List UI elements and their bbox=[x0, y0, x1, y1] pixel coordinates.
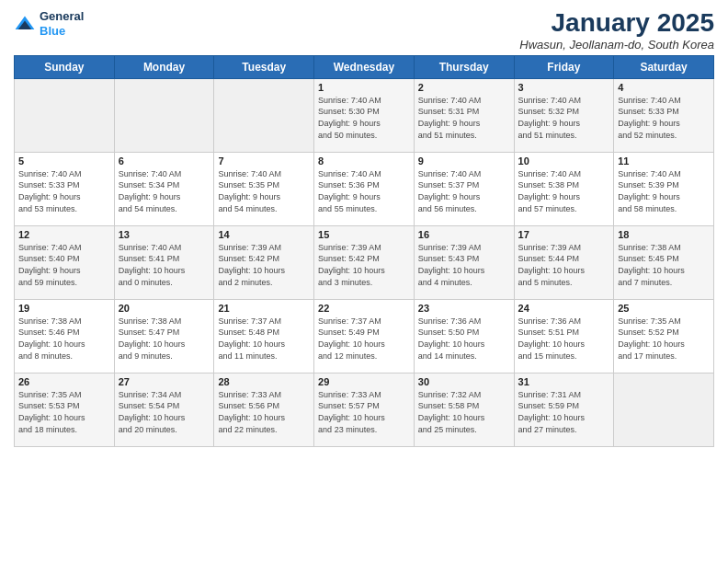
day-info: Sunrise: 7:32 AM Sunset: 5:58 PM Dayligh… bbox=[418, 389, 510, 435]
day-number: 29 bbox=[318, 376, 410, 387]
calendar-cell: 12Sunrise: 7:40 AM Sunset: 5:40 PM Dayli… bbox=[15, 225, 115, 299]
calendar-cell: 18Sunrise: 7:38 AM Sunset: 5:45 PM Dayli… bbox=[614, 225, 714, 299]
calendar-cell: 14Sunrise: 7:39 AM Sunset: 5:42 PM Dayli… bbox=[214, 225, 314, 299]
day-number: 30 bbox=[418, 376, 510, 387]
day-number: 19 bbox=[18, 303, 110, 314]
calendar-cell: 9Sunrise: 7:40 AM Sunset: 5:37 PM Daylig… bbox=[414, 152, 514, 225]
day-info: Sunrise: 7:33 AM Sunset: 5:57 PM Dayligh… bbox=[318, 389, 410, 435]
day-info: Sunrise: 7:35 AM Sunset: 5:52 PM Dayligh… bbox=[618, 316, 710, 362]
calendar-cell: 2Sunrise: 7:40 AM Sunset: 5:31 PM Daylig… bbox=[414, 78, 514, 152]
day-number: 9 bbox=[418, 155, 510, 167]
calendar-cell: 15Sunrise: 7:39 AM Sunset: 5:42 PM Dayli… bbox=[314, 225, 415, 299]
day-number: 11 bbox=[618, 155, 710, 167]
day-number: 3 bbox=[518, 82, 610, 93]
day-number: 27 bbox=[119, 376, 210, 387]
day-number: 18 bbox=[618, 229, 710, 240]
day-number: 15 bbox=[318, 229, 410, 240]
day-number: 13 bbox=[119, 229, 210, 240]
calendar-cell: 21Sunrise: 7:37 AM Sunset: 5:48 PM Dayli… bbox=[214, 299, 314, 373]
calendar-cell: 1Sunrise: 7:40 AM Sunset: 5:30 PM Daylig… bbox=[314, 78, 415, 152]
calendar-cell bbox=[614, 373, 714, 446]
day-number: 5 bbox=[18, 155, 110, 167]
day-number: 10 bbox=[518, 155, 610, 167]
calendar-cell: 23Sunrise: 7:36 AM Sunset: 5:50 PM Dayli… bbox=[414, 299, 514, 373]
calendar-cell: 16Sunrise: 7:39 AM Sunset: 5:43 PM Dayli… bbox=[414, 225, 514, 299]
calendar-cell: 10Sunrise: 7:40 AM Sunset: 5:38 PM Dayli… bbox=[514, 152, 614, 225]
calendar-cell: 19Sunrise: 7:38 AM Sunset: 5:46 PM Dayli… bbox=[15, 299, 115, 373]
calendar-week-3: 12Sunrise: 7:40 AM Sunset: 5:40 PM Dayli… bbox=[15, 225, 714, 299]
day-number: 6 bbox=[119, 155, 210, 167]
month-title: January 2025 bbox=[519, 9, 714, 38]
day-number: 20 bbox=[119, 303, 210, 314]
day-number: 8 bbox=[318, 155, 410, 167]
day-info: Sunrise: 7:36 AM Sunset: 5:51 PM Dayligh… bbox=[518, 316, 610, 362]
day-info: Sunrise: 7:38 AM Sunset: 5:46 PM Dayligh… bbox=[18, 316, 110, 362]
day-info: Sunrise: 7:37 AM Sunset: 5:49 PM Dayligh… bbox=[318, 316, 410, 362]
day-info: Sunrise: 7:40 AM Sunset: 5:38 PM Dayligh… bbox=[518, 168, 610, 214]
calendar-cell: 29Sunrise: 7:33 AM Sunset: 5:57 PM Dayli… bbox=[314, 373, 415, 446]
calendar-week-2: 5Sunrise: 7:40 AM Sunset: 5:33 PM Daylig… bbox=[15, 152, 714, 225]
calendar-cell: 8Sunrise: 7:40 AM Sunset: 5:36 PM Daylig… bbox=[314, 152, 415, 225]
calendar-cell: 31Sunrise: 7:31 AM Sunset: 5:59 PM Dayli… bbox=[514, 373, 614, 446]
calendar-cell: 25Sunrise: 7:35 AM Sunset: 5:52 PM Dayli… bbox=[614, 299, 714, 373]
day-info: Sunrise: 7:40 AM Sunset: 5:36 PM Dayligh… bbox=[318, 168, 410, 214]
day-info: Sunrise: 7:38 AM Sunset: 5:45 PM Dayligh… bbox=[618, 242, 710, 288]
calendar-cell: 17Sunrise: 7:39 AM Sunset: 5:44 PM Dayli… bbox=[514, 225, 614, 299]
title-section: January 2025 Hwasun, Jeollanam-do, South… bbox=[519, 9, 714, 52]
day-info: Sunrise: 7:33 AM Sunset: 5:56 PM Dayligh… bbox=[218, 389, 310, 435]
day-info: Sunrise: 7:40 AM Sunset: 5:37 PM Dayligh… bbox=[418, 168, 510, 214]
day-info: Sunrise: 7:38 AM Sunset: 5:47 PM Dayligh… bbox=[119, 316, 210, 362]
day-number: 12 bbox=[18, 229, 110, 240]
day-number: 25 bbox=[618, 303, 710, 314]
day-info: Sunrise: 7:39 AM Sunset: 5:43 PM Dayligh… bbox=[418, 242, 510, 288]
calendar-cell: 22Sunrise: 7:37 AM Sunset: 5:49 PM Dayli… bbox=[314, 299, 415, 373]
day-info: Sunrise: 7:40 AM Sunset: 5:41 PM Dayligh… bbox=[119, 242, 210, 288]
col-monday: Monday bbox=[114, 55, 214, 78]
day-info: Sunrise: 7:40 AM Sunset: 5:34 PM Dayligh… bbox=[119, 168, 210, 214]
day-info: Sunrise: 7:40 AM Sunset: 5:35 PM Dayligh… bbox=[218, 168, 310, 214]
calendar-cell: 4Sunrise: 7:40 AM Sunset: 5:33 PM Daylig… bbox=[614, 78, 714, 152]
day-info: Sunrise: 7:39 AM Sunset: 5:44 PM Dayligh… bbox=[518, 242, 610, 288]
col-thursday: Thursday bbox=[414, 55, 514, 78]
calendar-cell: 13Sunrise: 7:40 AM Sunset: 5:41 PM Dayli… bbox=[114, 225, 214, 299]
calendar-cell: 5Sunrise: 7:40 AM Sunset: 5:33 PM Daylig… bbox=[15, 152, 115, 225]
day-number: 1 bbox=[318, 82, 410, 93]
calendar-cell: 7Sunrise: 7:40 AM Sunset: 5:35 PM Daylig… bbox=[214, 152, 314, 225]
col-wednesday: Wednesday bbox=[314, 55, 415, 78]
calendar-cell: 28Sunrise: 7:33 AM Sunset: 5:56 PM Dayli… bbox=[214, 373, 314, 446]
day-info: Sunrise: 7:34 AM Sunset: 5:54 PM Dayligh… bbox=[119, 389, 210, 435]
calendar-cell: 26Sunrise: 7:35 AM Sunset: 5:53 PM Dayli… bbox=[15, 373, 115, 446]
logo-line2: Blue bbox=[40, 24, 65, 38]
calendar-cell: 3Sunrise: 7:40 AM Sunset: 5:32 PM Daylig… bbox=[514, 78, 614, 152]
calendar-table: Sunday Monday Tuesday Wednesday Thursday… bbox=[14, 55, 714, 447]
col-friday: Friday bbox=[514, 55, 614, 78]
day-info: Sunrise: 7:37 AM Sunset: 5:48 PM Dayligh… bbox=[218, 316, 310, 362]
calendar-cell: 11Sunrise: 7:40 AM Sunset: 5:39 PM Dayli… bbox=[614, 152, 714, 225]
day-number: 22 bbox=[318, 303, 410, 314]
logo-line1: General bbox=[40, 9, 84, 23]
day-info: Sunrise: 7:39 AM Sunset: 5:42 PM Dayligh… bbox=[218, 242, 310, 288]
calendar-week-4: 19Sunrise: 7:38 AM Sunset: 5:46 PM Dayli… bbox=[15, 299, 714, 373]
day-info: Sunrise: 7:39 AM Sunset: 5:42 PM Dayligh… bbox=[318, 242, 410, 288]
day-number: 26 bbox=[18, 376, 110, 387]
day-number: 4 bbox=[618, 82, 710, 93]
col-saturday: Saturday bbox=[614, 55, 714, 78]
calendar-week-1: 1Sunrise: 7:40 AM Sunset: 5:30 PM Daylig… bbox=[15, 78, 714, 152]
calendar-cell bbox=[214, 78, 314, 152]
day-info: Sunrise: 7:40 AM Sunset: 5:30 PM Dayligh… bbox=[318, 95, 410, 141]
day-number: 17 bbox=[518, 229, 610, 240]
day-number: 14 bbox=[218, 229, 310, 240]
col-tuesday: Tuesday bbox=[214, 55, 314, 78]
logo-icon bbox=[14, 15, 36, 33]
logo: General Blue bbox=[14, 9, 84, 38]
day-number: 7 bbox=[218, 155, 310, 167]
day-info: Sunrise: 7:40 AM Sunset: 5:32 PM Dayligh… bbox=[518, 95, 610, 141]
day-info: Sunrise: 7:35 AM Sunset: 5:53 PM Dayligh… bbox=[18, 389, 110, 435]
calendar-header: Sunday Monday Tuesday Wednesday Thursday… bbox=[15, 55, 714, 78]
day-number: 24 bbox=[518, 303, 610, 314]
day-number: 23 bbox=[418, 303, 510, 314]
day-info: Sunrise: 7:40 AM Sunset: 5:33 PM Dayligh… bbox=[618, 95, 710, 141]
subtitle: Hwasun, Jeollanam-do, South Korea bbox=[519, 38, 714, 52]
calendar-cell: 24Sunrise: 7:36 AM Sunset: 5:51 PM Dayli… bbox=[514, 299, 614, 373]
day-number: 2 bbox=[418, 82, 510, 93]
